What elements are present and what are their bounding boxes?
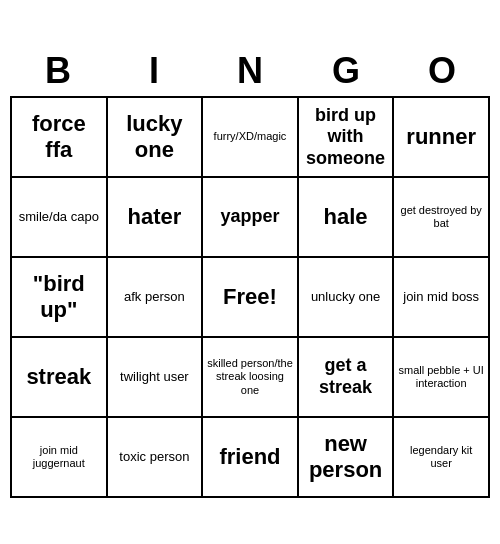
bingo-cell: skilled person/the streak loosing one (203, 338, 299, 418)
bingo-cell: yapper (203, 178, 299, 258)
bingo-cell: hale (299, 178, 395, 258)
bingo-header: BINGO (10, 46, 490, 96)
bingo-cell: get a streak (299, 338, 395, 418)
bingo-card: BINGO force ffalucky onefurry/XD/magicbi… (10, 46, 490, 498)
bingo-cell: friend (203, 418, 299, 498)
bingo-cell: lucky one (108, 98, 204, 178)
bingo-cell: legendary kit user (394, 418, 490, 498)
bingo-cell: small pebble + UI interaction (394, 338, 490, 418)
header-letter: N (202, 46, 298, 96)
bingo-cell: toxic person (108, 418, 204, 498)
header-letter: I (106, 46, 202, 96)
bingo-cell: afk person (108, 258, 204, 338)
bingo-cell: bird up with someone (299, 98, 395, 178)
bingo-cell: furry/XD/magic (203, 98, 299, 178)
bingo-cell: runner (394, 98, 490, 178)
bingo-cell: join mid boss (394, 258, 490, 338)
bingo-cell: streak (12, 338, 108, 418)
bingo-cell: unlucky one (299, 258, 395, 338)
bingo-cell: get destroyed by bat (394, 178, 490, 258)
header-letter: O (394, 46, 490, 96)
header-letter: B (10, 46, 106, 96)
bingo-cell: hater (108, 178, 204, 258)
bingo-cell: smile/da capo (12, 178, 108, 258)
bingo-cell: new person (299, 418, 395, 498)
bingo-cell: "bird up" (12, 258, 108, 338)
bingo-cell: Free! (203, 258, 299, 338)
header-letter: G (298, 46, 394, 96)
bingo-cell: force ffa (12, 98, 108, 178)
bingo-cell: twilight user (108, 338, 204, 418)
bingo-grid: force ffalucky onefurry/XD/magicbird up … (10, 96, 490, 498)
bingo-cell: join mid juggernaut (12, 418, 108, 498)
